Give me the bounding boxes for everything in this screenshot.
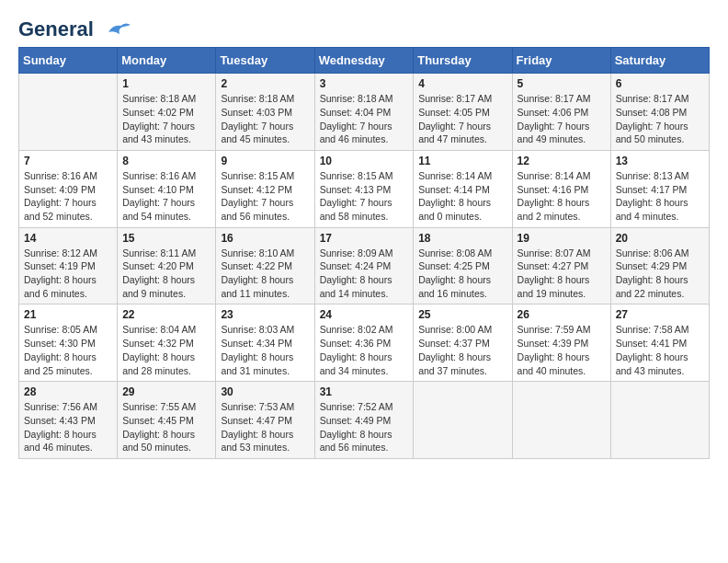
daylight-text: Daylight: 8 hours and 34 minutes. — [320, 350, 409, 377]
day-number: 6 — [616, 77, 704, 90]
calendar-week-row: 7 Sunrise: 8:16 AM Sunset: 4:09 PM Dayli… — [19, 150, 710, 227]
calendar-cell: 22 Sunrise: 8:04 AM Sunset: 4:32 PM Dayl… — [118, 304, 216, 382]
day-header-wednesday: Wednesday — [314, 48, 414, 74]
sunset-text: Sunset: 4:24 PM — [320, 259, 409, 273]
day-number: 17 — [320, 232, 409, 245]
daylight-text: Daylight: 8 hours and 56 minutes. — [320, 428, 409, 454]
daylight-text: Daylight: 8 hours and 6 minutes. — [24, 273, 112, 300]
day-number: 12 — [518, 155, 606, 167]
day-info: Sunrise: 8:09 AM Sunset: 4:24 PM Dayligh… — [320, 247, 409, 301]
sunrise-text: Sunrise: 8:15 AM — [320, 169, 409, 183]
day-number: 2 — [221, 77, 309, 90]
daylight-text: Daylight: 7 hours and 56 minutes. — [221, 196, 309, 223]
day-number: 16 — [221, 232, 309, 245]
sunrise-text: Sunrise: 7:52 AM — [320, 400, 409, 414]
day-info: Sunrise: 8:13 AM Sunset: 4:17 PM Dayligh… — [616, 169, 704, 224]
day-number: 11 — [418, 155, 506, 167]
calendar-cell — [414, 382, 512, 459]
day-number: 10 — [320, 155, 409, 167]
daylight-text: Daylight: 8 hours and 25 minutes. — [24, 350, 112, 377]
sunrise-text: Sunrise: 8:14 AM — [518, 169, 606, 183]
sunset-text: Sunset: 4:02 PM — [122, 106, 210, 120]
calendar-cell: 15 Sunrise: 8:11 AM Sunset: 4:20 PM Dayl… — [118, 227, 216, 304]
day-number: 7 — [24, 155, 112, 167]
day-number: 9 — [221, 155, 309, 167]
day-number: 3 — [320, 77, 409, 90]
daylight-text: Daylight: 7 hours and 58 minutes. — [320, 196, 409, 223]
sunset-text: Sunset: 4:34 PM — [221, 337, 309, 350]
sunset-text: Sunset: 4:10 PM — [122, 183, 210, 197]
day-number: 25 — [418, 308, 506, 321]
sunset-text: Sunset: 4:08 PM — [616, 106, 704, 120]
sunrise-text: Sunrise: 8:17 AM — [418, 92, 506, 106]
sunset-text: Sunset: 4:30 PM — [24, 337, 112, 350]
day-info: Sunrise: 8:17 AM Sunset: 4:08 PM Dayligh… — [616, 92, 704, 146]
sunrise-text: Sunrise: 8:05 AM — [24, 323, 112, 337]
page-header: General — [18, 18, 710, 38]
daylight-text: Daylight: 8 hours and 16 minutes. — [418, 273, 506, 300]
logo-text: General — [18, 18, 131, 41]
day-info: Sunrise: 7:56 AM Sunset: 4:43 PM Dayligh… — [24, 400, 112, 454]
daylight-text: Daylight: 7 hours and 52 minutes. — [24, 196, 112, 223]
day-info: Sunrise: 7:59 AM Sunset: 4:39 PM Dayligh… — [518, 323, 606, 377]
day-info: Sunrise: 8:18 AM Sunset: 4:03 PM Dayligh… — [221, 92, 309, 146]
calendar-cell: 6 Sunrise: 8:17 AM Sunset: 4:08 PM Dayli… — [610, 74, 709, 151]
calendar-week-row: 14 Sunrise: 8:12 AM Sunset: 4:19 PM Dayl… — [19, 227, 710, 304]
calendar-cell: 27 Sunrise: 7:58 AM Sunset: 4:41 PM Dayl… — [610, 304, 709, 382]
calendar-cell — [512, 382, 610, 459]
calendar-cell — [19, 74, 118, 151]
day-info: Sunrise: 8:04 AM Sunset: 4:32 PM Dayligh… — [122, 323, 210, 377]
day-number: 23 — [221, 308, 309, 321]
day-number: 14 — [24, 232, 112, 245]
sunset-text: Sunset: 4:43 PM — [24, 414, 112, 428]
calendar-cell: 30 Sunrise: 7:53 AM Sunset: 4:47 PM Dayl… — [216, 382, 314, 459]
day-number: 19 — [518, 232, 606, 245]
daylight-text: Daylight: 7 hours and 50 minutes. — [616, 120, 704, 146]
calendar-cell: 9 Sunrise: 8:15 AM Sunset: 4:12 PM Dayli… — [216, 150, 314, 227]
daylight-text: Daylight: 8 hours and 40 minutes. — [518, 350, 606, 377]
daylight-text: Daylight: 8 hours and 0 minutes. — [418, 196, 506, 223]
sunset-text: Sunset: 4:37 PM — [418, 337, 506, 350]
calendar-table: SundayMondayTuesdayWednesdayThursdayFrid… — [18, 47, 710, 459]
calendar-header-row: SundayMondayTuesdayWednesdayThursdayFrid… — [19, 48, 710, 74]
day-info: Sunrise: 8:02 AM Sunset: 4:36 PM Dayligh… — [320, 323, 409, 377]
calendar-cell — [610, 382, 709, 459]
day-info: Sunrise: 8:11 AM Sunset: 4:20 PM Dayligh… — [122, 247, 210, 301]
sunset-text: Sunset: 4:41 PM — [616, 337, 704, 350]
calendar-cell: 10 Sunrise: 8:15 AM Sunset: 4:13 PM Dayl… — [314, 150, 414, 227]
sunrise-text: Sunrise: 8:16 AM — [24, 169, 112, 183]
sunrise-text: Sunrise: 8:00 AM — [418, 323, 506, 337]
calendar-cell: 14 Sunrise: 8:12 AM Sunset: 4:19 PM Dayl… — [19, 227, 118, 304]
day-number: 27 — [616, 308, 704, 321]
day-info: Sunrise: 7:52 AM Sunset: 4:49 PM Dayligh… — [320, 400, 409, 454]
calendar-cell: 18 Sunrise: 8:08 AM Sunset: 4:25 PM Dayl… — [414, 227, 512, 304]
calendar-week-row: 28 Sunrise: 7:56 AM Sunset: 4:43 PM Dayl… — [19, 382, 710, 459]
calendar-cell: 8 Sunrise: 8:16 AM Sunset: 4:10 PM Dayli… — [118, 150, 216, 227]
sunrise-text: Sunrise: 8:14 AM — [418, 169, 506, 183]
calendar-cell: 31 Sunrise: 7:52 AM Sunset: 4:49 PM Dayl… — [314, 382, 414, 459]
calendar-cell: 5 Sunrise: 8:17 AM Sunset: 4:06 PM Dayli… — [512, 74, 610, 151]
sunset-text: Sunset: 4:17 PM — [616, 183, 704, 197]
day-number: 21 — [24, 308, 112, 321]
sunrise-text: Sunrise: 8:03 AM — [221, 323, 309, 337]
calendar-cell: 13 Sunrise: 8:13 AM Sunset: 4:17 PM Dayl… — [610, 150, 709, 227]
daylight-text: Daylight: 8 hours and 37 minutes. — [418, 350, 506, 377]
day-number: 28 — [24, 385, 112, 398]
sunrise-text: Sunrise: 8:07 AM — [518, 247, 606, 260]
day-number: 8 — [122, 155, 210, 167]
calendar-cell: 23 Sunrise: 8:03 AM Sunset: 4:34 PM Dayl… — [216, 304, 314, 382]
sunrise-text: Sunrise: 8:02 AM — [320, 323, 409, 337]
sunset-text: Sunset: 4:19 PM — [24, 259, 112, 273]
day-number: 13 — [616, 155, 704, 167]
day-number: 29 — [122, 385, 210, 398]
daylight-text: Daylight: 8 hours and 50 minutes. — [122, 428, 210, 454]
day-number: 18 — [418, 232, 506, 245]
day-number: 30 — [221, 385, 309, 398]
daylight-text: Daylight: 7 hours and 46 minutes. — [320, 120, 409, 146]
calendar-cell: 1 Sunrise: 8:18 AM Sunset: 4:02 PM Dayli… — [118, 74, 216, 151]
daylight-text: Daylight: 8 hours and 14 minutes. — [320, 273, 409, 300]
sunset-text: Sunset: 4:12 PM — [221, 183, 309, 197]
daylight-text: Daylight: 8 hours and 53 minutes. — [221, 428, 309, 454]
daylight-text: Daylight: 7 hours and 47 minutes. — [418, 120, 506, 146]
sunset-text: Sunset: 4:20 PM — [122, 259, 210, 273]
